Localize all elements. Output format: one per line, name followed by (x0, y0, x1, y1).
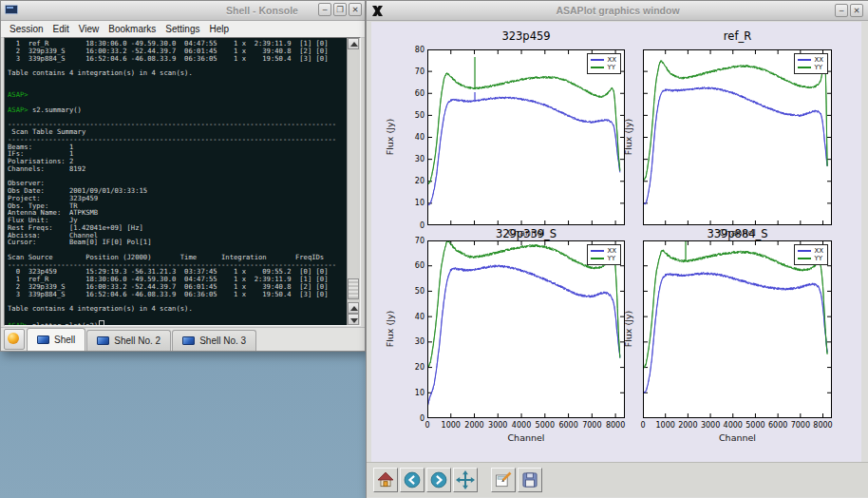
menu-item-edit[interactable]: Edit (48, 23, 74, 35)
tab-shell-no-3[interactable]: Shell No. 3 (172, 330, 256, 351)
legend: XXYY (587, 53, 621, 74)
scroll-down-icon[interactable] (348, 314, 359, 325)
y-tick-label: 20 (407, 177, 425, 185)
asaplot-titlebar[interactable]: ASAPlot graphics window – ✕ (367, 1, 868, 21)
close-icon[interactable]: ✕ (349, 3, 362, 16)
konsole-menubar: SessionEditViewBookmarksSettingsHelp (1, 21, 365, 38)
new-session-button[interactable] (4, 329, 25, 350)
plot-title: 339p884_S (624, 227, 851, 240)
new-session-icon (8, 333, 19, 344)
plot-toolbar (367, 462, 868, 497)
legend-entry-yy: YY (798, 64, 823, 71)
menu-item-help[interactable]: Help (204, 23, 234, 35)
menu-item-bookmarks[interactable]: Bookmarks (104, 23, 160, 35)
legend-label: YY (814, 255, 822, 262)
legend-entry-yy: YY (591, 64, 616, 71)
terminal-line: Cursor: Beam[0] IF[0] Pol[1] (8, 239, 347, 246)
legend-entry-xx: XX (591, 56, 616, 64)
terminal-output[interactable]: 1 ref_R 18:30:06.0 -49.59.30.0 04:47:55 … (8, 40, 347, 325)
legend-entry-yy: YY (591, 255, 616, 262)
desktop-background: Shell - Konsole – ❐ ✕ SessionEditViewBoo… (0, 0, 868, 498)
y-axis-label: Flux (Jy) (385, 94, 396, 180)
asaplot-window: ASAPlot graphics window – ✕ 323p459 Flux… (366, 0, 868, 498)
scroll-up2-icon[interactable] (348, 302, 359, 314)
minimize-icon[interactable]: – (835, 4, 848, 17)
asaplot-window-title: ASAPlot graphics window (367, 5, 868, 16)
legend: XXYY (587, 244, 621, 265)
pan-button[interactable] (453, 468, 478, 492)
legend-line-icon (798, 250, 811, 252)
y-tick-label: 70 (407, 67, 425, 76)
scrollbar-thumb[interactable] (348, 278, 359, 299)
minimize-icon[interactable]: – (318, 3, 331, 16)
konsole-tabbar: ShellShell No. 2Shell No. 3 (1, 327, 365, 351)
terminal-line: ASAP> plotter.plot(s2) (8, 320, 347, 326)
plot-title: ref_R (624, 29, 851, 43)
legend-entry-yy: YY (798, 255, 823, 262)
terminal-line: Table contains 4 integration(s) in 4 sca… (8, 305, 347, 313)
legend-entry-xx: XX (591, 247, 616, 255)
terminal-line: 3 339p884_S 16:52:04.6 -46.08.33.9 06:36… (8, 291, 347, 298)
terminal-line (8, 313, 347, 320)
konsole-app-icon (5, 5, 18, 16)
home-button[interactable] (373, 468, 398, 492)
legend: XXYY (794, 244, 828, 265)
legend-line-icon (798, 67, 811, 68)
legend-line-icon (591, 250, 604, 252)
x-tick-label: 8000 (601, 421, 630, 430)
terminal-line: Table contains 4 integration(s) in 4 sca… (8, 69, 347, 77)
y-tick-label: 30 (407, 155, 425, 163)
plot-title: 329p339_S (408, 227, 644, 240)
tab-label: Shell No. 2 (114, 335, 160, 346)
close-icon[interactable]: ✕ (850, 4, 863, 17)
terminal-line: Channels: 8192 (8, 165, 347, 173)
maximize-icon[interactable]: ❐ (333, 3, 347, 16)
legend: XXYY (794, 53, 828, 74)
tab-label: Shell (54, 335, 75, 345)
tab-shell-no-2[interactable]: Shell No. 2 (86, 330, 171, 351)
y-tick-label: 20 (407, 363, 425, 372)
terminal-line (8, 173, 347, 181)
home-icon (376, 470, 395, 489)
configure-subplots-icon (494, 470, 513, 489)
back-button[interactable] (400, 468, 425, 492)
y-axis-label: Flux (Jy) (623, 286, 634, 372)
save-button[interactable] (518, 468, 542, 492)
save-icon (520, 470, 539, 489)
legend-label: YY (607, 255, 615, 262)
y-tick-label: 60 (407, 89, 425, 98)
terminal-line (8, 77, 347, 85)
terminal-scrollbar[interactable] (347, 38, 360, 325)
konsole-window: Shell - Konsole – ❐ ✕ SessionEditViewBoo… (0, 0, 366, 352)
axes-339p884-s (643, 240, 832, 418)
scroll-up-icon[interactable] (348, 38, 359, 49)
legend-entry-xx: XX (798, 56, 823, 64)
y-axis-label: Flux (Jy) (623, 94, 634, 180)
legend-line-icon (798, 258, 811, 259)
menu-item-session[interactable]: Session (5, 23, 48, 35)
y-tick-label: 40 (407, 313, 425, 321)
legend-label: XX (814, 56, 823, 64)
menu-item-view[interactable]: View (74, 23, 104, 35)
x11-icon (371, 5, 384, 17)
y-tick-label: 10 (407, 199, 425, 207)
terminal-frame: 1 ref_R 18:30:06.0 -49.59.30.0 04:47:55 … (4, 37, 361, 326)
terminal-line: ASAP> (8, 91, 347, 99)
tab-shell[interactable]: Shell (27, 328, 85, 351)
forward-button[interactable] (426, 468, 451, 492)
plot-329p339-s: 329p339_S Flux (Jy) Channel 010203040506… (427, 240, 625, 418)
configure-subplots-button[interactable] (491, 468, 516, 492)
konsole-titlebar[interactable]: Shell - Konsole – ❐ ✕ (1, 1, 365, 21)
tab-label: Shell No. 3 (199, 335, 246, 346)
legend-line-icon (591, 59, 604, 61)
y-tick-label: 50 (407, 111, 425, 120)
x-axis-label: Channel (427, 432, 625, 443)
y-axis-label: Flux (Jy) (385, 286, 396, 372)
terminal-tab-icon (97, 336, 109, 345)
legend-entry-xx: XX (798, 247, 823, 255)
menu-item-settings[interactable]: Settings (160, 23, 204, 35)
x-tick-label: 8000 (809, 421, 838, 430)
figure-canvas[interactable]: 323p459 Flux (Jy) Channel 01020304050607… (371, 22, 861, 462)
legend-line-icon (591, 258, 604, 259)
legend-label: YY (814, 64, 822, 71)
